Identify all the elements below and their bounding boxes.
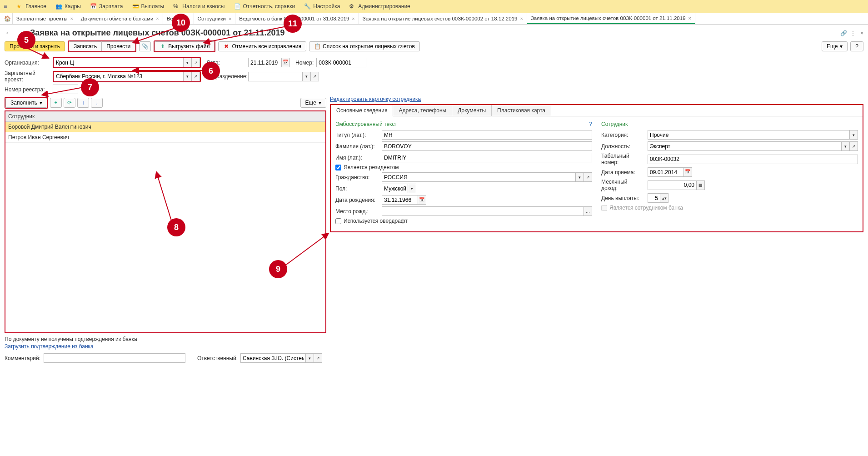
post-close-button[interactable]: Провести и закрыть	[5, 41, 65, 51]
cancel-fixes-button[interactable]: Отменить все исправления	[218, 41, 306, 51]
close-icon[interactable]: ×	[688, 15, 691, 21]
menu-main[interactable]: Главное	[16, 3, 46, 10]
dob-input[interactable]	[382, 195, 418, 205]
dropdown-icon[interactable]: ▾	[842, 141, 850, 151]
tab-addresses[interactable]: Адреса, телефоны	[393, 105, 452, 116]
citiz-input[interactable]	[382, 172, 576, 182]
tab-card[interactable]: Пластиковая карта	[492, 105, 551, 116]
comment-input[interactable]	[44, 353, 185, 363]
move-down-button[interactable]	[91, 98, 103, 108]
more-button[interactable]: Еще ▾	[822, 41, 848, 51]
num-input[interactable]	[316, 58, 366, 67]
save-button[interactable]: Записать	[69, 41, 102, 51]
tabno-input[interactable]	[648, 155, 858, 164]
edit-employee-link[interactable]: Редактировать карточку сотрудника	[330, 96, 421, 102]
overdraft-checkbox[interactable]	[335, 218, 341, 224]
open-icon[interactable]: ↗	[311, 72, 319, 81]
category-input[interactable]	[648, 130, 850, 140]
reg-input[interactable]	[53, 85, 78, 94]
menu-settings[interactable]: Настройка	[304, 3, 340, 10]
dropdown-icon[interactable]: ▾	[184, 72, 192, 81]
surname-input[interactable]	[382, 141, 592, 151]
load-confirmation-link[interactable]: Загрузить подтверждение из банка	[5, 343, 94, 350]
sex-input[interactable]	[382, 184, 408, 193]
div-input[interactable]	[248, 72, 303, 81]
accounts-list-button[interactable]: Список на открытие лицевых счетов	[309, 41, 420, 51]
back-button[interactable]: ←	[5, 28, 13, 38]
employee-grid: Сотрудник Боровой Дмитрий Валентинович П…	[5, 110, 326, 333]
calendar-icon[interactable]	[418, 195, 426, 205]
close-icon[interactable]: ×	[229, 16, 231, 21]
tab-request2[interactable]: Заявка на открытие лицевых счетов 00ЗК-0…	[359, 13, 527, 24]
gear-icon	[349, 3, 355, 10]
hamburger-icon[interactable]: ≡	[4, 3, 7, 10]
spinner-icon[interactable]: ▴▾	[660, 193, 668, 203]
close-icon[interactable]: ×	[520, 16, 523, 21]
close-icon[interactable]: ×	[156, 16, 159, 21]
menu-reports[interactable]: Отчетность, справки	[234, 3, 295, 10]
attach-button[interactable]	[139, 41, 151, 51]
grid-column-header[interactable]: Сотрудник	[5, 111, 325, 122]
open-icon[interactable]: ↗	[192, 72, 200, 81]
dropdown-icon[interactable]: ▾	[850, 130, 858, 140]
hint-icon[interactable]: ?	[589, 121, 592, 127]
tab-main-info[interactable]: Основные сведения	[331, 105, 393, 116]
calendar-icon[interactable]	[684, 167, 692, 177]
grid-more-button[interactable]: Еще ▾	[300, 98, 326, 108]
tab-statement[interactable]: Ведомость в банк 00ЗК-000001 от 31.08.20…	[235, 13, 359, 24]
post-button[interactable]: Провести	[102, 41, 135, 51]
open-icon[interactable]: ↗	[850, 141, 858, 151]
tab-documents[interactable]: Документы	[452, 105, 492, 116]
resident-checkbox[interactable]	[335, 165, 341, 170]
more-icon[interactable]	[850, 30, 857, 36]
name-input[interactable]	[382, 153, 592, 162]
title-input[interactable]	[382, 130, 592, 140]
date-input[interactable]	[248, 58, 282, 67]
dropdown-icon[interactable]: ▾	[184, 58, 192, 67]
hire-input[interactable]	[648, 167, 684, 177]
menu-salary[interactable]: Зарплата	[90, 3, 123, 10]
tab-bank-docs[interactable]: Документы обмена с банками×	[77, 13, 163, 24]
resp-input[interactable]	[240, 353, 306, 363]
tab-projects[interactable]: Зарплатные проекты×	[13, 13, 77, 24]
fill-button[interactable]: Заполнить ▾	[5, 98, 47, 108]
tab-request1[interactable]: Заявка на открытие лицевых счетов 00ЗК-0…	[527, 13, 695, 24]
close-icon[interactable]: ×	[70, 16, 73, 21]
tab-employees[interactable]: Сотрудники×	[194, 13, 236, 24]
link-icon[interactable]	[840, 30, 847, 36]
refresh-button[interactable]	[64, 98, 75, 108]
menu-taxes[interactable]: Налоги и взносы	[173, 3, 224, 10]
calendar-icon[interactable]	[282, 58, 290, 67]
project-input[interactable]	[54, 72, 184, 81]
footer-link-row: Загрузить подтверждение из банка	[0, 343, 868, 352]
dropdown-icon[interactable]: ▾	[576, 172, 584, 182]
dropdown-icon[interactable]: ▾	[306, 353, 314, 363]
open-icon[interactable]: ↗	[314, 353, 322, 363]
add-button[interactable]	[50, 98, 62, 108]
pob-input[interactable]	[382, 206, 584, 216]
forward-button[interactable]: →	[17, 28, 25, 38]
menu-payments[interactable]: Выплаты	[132, 3, 165, 10]
close-icon[interactable]: ×	[352, 16, 354, 21]
ellipsis-icon[interactable]: …	[584, 206, 592, 216]
upload-file-button[interactable]: Выгрузить файл	[155, 41, 215, 51]
help-button[interactable]: ?	[850, 41, 863, 51]
menu-staff[interactable]: Кадры	[55, 3, 81, 10]
open-icon[interactable]: ↗	[584, 172, 592, 182]
menu-admin[interactable]: Администрирование	[349, 3, 410, 10]
tab-vedomo[interactable]: Ведомо...	[163, 13, 194, 24]
home-tab[interactable]	[2, 13, 13, 24]
move-up-button[interactable]	[77, 98, 89, 108]
dropdown-icon[interactable]: ▾	[408, 184, 416, 193]
grid-row[interactable]: Петров Иван Сергеевич	[5, 132, 325, 143]
dropdown-icon[interactable]: ▾	[303, 72, 311, 81]
menu-label: Настройка	[313, 3, 340, 10]
income-input[interactable]	[648, 180, 697, 190]
grid-row[interactable]: Боровой Дмитрий Валентинович	[5, 122, 325, 132]
org-input[interactable]	[54, 58, 184, 67]
position-input[interactable]	[648, 141, 842, 151]
calculator-icon[interactable]: ▦	[697, 180, 705, 190]
payday-input[interactable]	[648, 193, 660, 203]
close-panel-icon[interactable]: ×	[860, 30, 863, 36]
open-icon[interactable]: ↗	[192, 58, 200, 67]
